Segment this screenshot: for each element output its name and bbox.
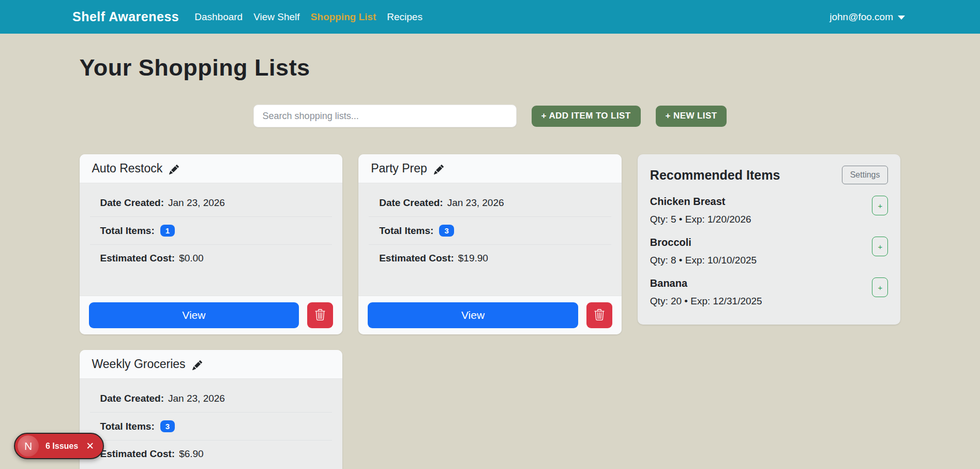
list-card-body: Date Created: Jan 23, 2026 Total Items: … bbox=[358, 183, 622, 296]
nextjs-logo-icon: N bbox=[18, 435, 39, 457]
list-card-weekly-groceries: Weekly Groceries Date Created: Jan 23, 2… bbox=[80, 350, 343, 469]
date-created-label: Date Created: bbox=[100, 393, 164, 404]
issues-count-label: 6 Issues bbox=[46, 442, 78, 451]
date-created-row: Date Created: Jan 23, 2026 bbox=[90, 189, 333, 217]
shopping-lists-grid: Auto Restock Date Created: Jan 23, 2026 … bbox=[80, 154, 901, 469]
estimated-cost-value: $6.90 bbox=[179, 448, 204, 460]
date-created-value: Jan 23, 2026 bbox=[168, 393, 225, 404]
date-created-row: Date Created: Jan 23, 2026 bbox=[90, 385, 333, 413]
estimated-cost-row: Estimated Cost: $0.00 bbox=[90, 245, 333, 272]
total-items-badge: 1 bbox=[160, 225, 175, 237]
recommended-item-info: Banana Qty: 20 • Exp: 12/31/2025 bbox=[650, 277, 762, 307]
recommended-item-details: Qty: 20 • Exp: 12/31/2025 bbox=[650, 296, 762, 307]
list-card-footer: View bbox=[358, 296, 622, 334]
estimated-cost-row: Estimated Cost: $6.90 bbox=[90, 441, 333, 467]
total-items-row: Total Items: 3 bbox=[369, 217, 611, 245]
list-name: Party Prep bbox=[371, 162, 427, 175]
recommended-item-details: Qty: 8 • Exp: 10/10/2025 bbox=[650, 255, 757, 266]
add-recommended-item-button[interactable]: + bbox=[872, 277, 888, 297]
recommended-item-name: Banana bbox=[650, 277, 762, 289]
list-name: Weekly Groceries bbox=[92, 357, 186, 371]
edit-pencil-icon[interactable] bbox=[169, 165, 179, 174]
view-list-button[interactable]: View bbox=[89, 302, 299, 328]
date-created-label: Date Created: bbox=[100, 197, 164, 209]
user-menu-dropdown[interactable]: john@foo.com bbox=[830, 11, 905, 23]
total-items-label: Total Items: bbox=[100, 225, 155, 237]
total-items-row: Total Items: 3 bbox=[90, 413, 333, 441]
nav-link-dashboard[interactable]: Dashboard bbox=[194, 11, 243, 23]
total-items-label: Total Items: bbox=[379, 225, 433, 237]
delete-list-button[interactable] bbox=[586, 302, 612, 328]
recommended-item-name: Chicken Breast bbox=[650, 196, 751, 208]
estimated-cost-row: Estimated Cost: $19.90 bbox=[369, 245, 611, 272]
date-created-label: Date Created: bbox=[379, 197, 443, 209]
list-card-party-prep: Party Prep Date Created: Jan 23, 2026 To… bbox=[358, 154, 622, 334]
nav-links: Dashboard View Shelf Shopping List Recip… bbox=[194, 11, 423, 23]
list-card-body: Date Created: Jan 23, 2026 Total Items: … bbox=[80, 183, 343, 296]
recommended-header: Recommended Items Settings bbox=[650, 166, 888, 184]
nav-link-shopping-list[interactable]: Shopping List bbox=[311, 11, 376, 23]
list-card-header: Weekly Groceries bbox=[80, 350, 343, 379]
recommended-item-details: Qty: 5 • Exp: 1/20/2026 bbox=[650, 214, 751, 225]
close-icon[interactable]: ✕ bbox=[86, 440, 94, 452]
estimated-cost-label: Estimated Cost: bbox=[379, 253, 454, 264]
date-created-row: Date Created: Jan 23, 2026 bbox=[369, 189, 611, 217]
user-email: john@foo.com bbox=[830, 11, 893, 23]
total-items-badge: 3 bbox=[439, 225, 454, 237]
recommended-item-broccoli: Broccoli Qty: 8 • Exp: 10/10/2025 + bbox=[650, 237, 888, 266]
nav-link-view-shelf[interactable]: View Shelf bbox=[253, 11, 299, 23]
trash-icon bbox=[314, 309, 326, 322]
top-navbar: Shelf Awareness Dashboard View Shelf Sho… bbox=[0, 0, 980, 34]
add-recommended-item-button[interactable]: + bbox=[872, 196, 888, 215]
toolbar: + ADD ITEM TO LIST + NEW LIST bbox=[80, 105, 901, 127]
view-list-button[interactable]: View bbox=[368, 302, 578, 328]
chevron-down-icon bbox=[898, 16, 905, 20]
nav-link-recipes[interactable]: Recipes bbox=[387, 11, 423, 23]
total-items-row: Total Items: 1 bbox=[90, 217, 333, 245]
dev-issues-badge[interactable]: N 6 Issues ✕ bbox=[14, 433, 104, 459]
total-items-badge: 3 bbox=[160, 420, 175, 432]
trash-icon bbox=[594, 309, 605, 322]
page-title: Your Shopping Lists bbox=[80, 54, 901, 81]
recommended-item-banana: Banana Qty: 20 • Exp: 12/31/2025 + bbox=[650, 277, 888, 307]
recommended-settings-button[interactable]: Settings bbox=[842, 166, 888, 184]
list-name: Auto Restock bbox=[92, 162, 163, 175]
list-card-auto-restock: Auto Restock Date Created: Jan 23, 2026 … bbox=[80, 154, 343, 334]
new-list-button[interactable]: + NEW LIST bbox=[656, 106, 727, 127]
estimated-cost-value: $0.00 bbox=[179, 253, 204, 264]
recommended-item-info: Chicken Breast Qty: 5 • Exp: 1/20/2026 bbox=[650, 196, 751, 225]
brand-logo[interactable]: Shelf Awareness bbox=[72, 9, 179, 24]
list-card-body: Date Created: Jan 23, 2026 Total Items: … bbox=[80, 379, 343, 469]
estimated-cost-label: Estimated Cost: bbox=[100, 253, 175, 264]
recommended-item-name: Broccoli bbox=[650, 237, 757, 248]
total-items-label: Total Items: bbox=[100, 421, 155, 432]
date-created-value: Jan 23, 2026 bbox=[447, 197, 504, 209]
list-card-header: Auto Restock bbox=[80, 154, 343, 183]
list-card-header: Party Prep bbox=[358, 154, 622, 183]
recommended-item-info: Broccoli Qty: 8 • Exp: 10/10/2025 bbox=[650, 237, 757, 266]
edit-pencil-icon[interactable] bbox=[192, 360, 202, 370]
recommended-item-chicken-breast: Chicken Breast Qty: 5 • Exp: 1/20/2026 + bbox=[650, 196, 888, 225]
delete-list-button[interactable] bbox=[307, 302, 333, 328]
estimated-cost-value: $19.90 bbox=[458, 253, 488, 264]
recommended-title: Recommended Items bbox=[650, 168, 780, 183]
edit-pencil-icon[interactable] bbox=[434, 165, 444, 174]
search-input[interactable] bbox=[253, 105, 517, 127]
estimated-cost-label: Estimated Cost: bbox=[100, 448, 175, 460]
add-recommended-item-button[interactable]: + bbox=[872, 237, 888, 256]
recommended-items-card: Recommended Items Settings Chicken Breas… bbox=[638, 154, 901, 325]
date-created-value: Jan 23, 2026 bbox=[168, 197, 225, 209]
list-card-footer: View bbox=[80, 296, 343, 334]
add-item-to-list-button[interactable]: + ADD ITEM TO LIST bbox=[532, 106, 641, 127]
